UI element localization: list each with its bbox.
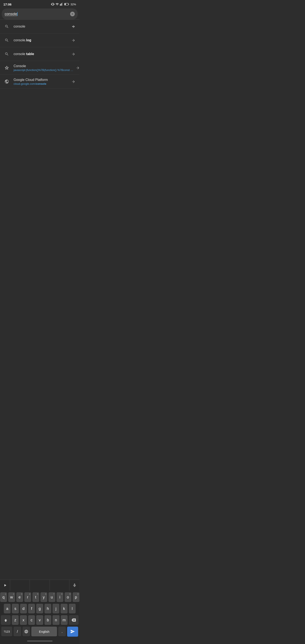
suggestion-content-3: console table [14, 52, 69, 56]
search-icon-1 [3, 23, 10, 30]
keyboard-spacer [0, 88, 80, 154]
key-i[interactable]: 8i [56, 592, 63, 602]
key-n[interactable]: n [52, 615, 59, 625]
key-g[interactable]: g [36, 604, 43, 614]
battery-icon [64, 2, 69, 6]
key-f[interactable]: f [28, 604, 35, 614]
svg-rect-0 [60, 4, 60, 6]
search-input[interactable]: console [5, 12, 70, 16]
clear-icon [71, 13, 74, 15]
key-e[interactable]: 3e [16, 592, 23, 602]
vibrate-icon [51, 2, 54, 6]
suggestion-item-4[interactable]: Console javascript:(function()%7B(functi… [0, 61, 80, 75]
key-m[interactable]: m [61, 615, 68, 625]
suggestion-content-5: Google Cloud Platform cloud.google.com/c… [14, 78, 69, 85]
home-indicator [0, 638, 80, 644]
key-o[interactable]: 9o [64, 592, 72, 602]
key-num-o: 9 [69, 593, 70, 595]
key-s[interactable]: s [12, 604, 19, 614]
key-c[interactable]: c [28, 615, 35, 625]
key-globe[interactable] [22, 627, 30, 636]
suggestion-title-4: Console [14, 64, 73, 68]
fill-arrow-2[interactable] [70, 37, 76, 43]
subtitle-bold-5: console [36, 82, 46, 85]
key-k[interactable]: k [60, 604, 67, 614]
key-p[interactable]: 0p [73, 592, 80, 602]
key-y[interactable]: 6y [40, 592, 47, 602]
svg-rect-6 [64, 4, 66, 5]
svg-rect-2 [62, 3, 62, 6]
key-period[interactable]: . [58, 627, 66, 636]
key-j[interactable]: j [52, 604, 59, 614]
key-num-y: 6 [45, 593, 46, 595]
suggestion-normal-2: console. [14, 38, 26, 42]
key-l[interactable]: l [69, 604, 76, 614]
fill-arrow-4[interactable] [75, 65, 80, 71]
key-num-w: 2 [13, 593, 14, 595]
bookmark-icon-4 [3, 64, 10, 72]
mic-button[interactable] [69, 580, 80, 591]
fill-arrow-3[interactable] [70, 51, 76, 57]
key-w[interactable]: 2w [8, 592, 15, 602]
key-r[interactable]: 4r [24, 592, 31, 602]
key-t[interactable]: 5t [32, 592, 39, 602]
keyboard-section: 1q 2w 3e 4r 5t 6y 7u 8i 9o 0p a s d f g … [0, 580, 80, 644]
suggestion-subtitle-4: javascript:(function()%7B(function() %7B… [14, 68, 73, 72]
home-bar [27, 640, 52, 642]
key-num-r: 4 [29, 593, 30, 595]
wifi-icon [56, 2, 59, 6]
key-backspace[interactable] [69, 615, 78, 625]
autocomplete-expand-button[interactable] [0, 580, 10, 591]
key-h[interactable]: h [44, 604, 51, 614]
suggestion-title-1: console [14, 24, 69, 28]
search-text: console [5, 12, 17, 16]
autocomplete-word-1[interactable] [10, 580, 30, 591]
search-icon-2 [3, 36, 10, 44]
svg-rect-1 [60, 4, 61, 6]
suggestion-content-1: console [14, 24, 69, 28]
autocomplete-suggestions [10, 580, 69, 591]
suggestion-title-3: console table [14, 52, 69, 56]
autocomplete-bar [0, 580, 80, 590]
key-z[interactable]: z [12, 615, 19, 625]
key-v[interactable]: v [36, 615, 43, 625]
key-x[interactable]: x [20, 615, 27, 625]
key-num-e: 3 [21, 593, 22, 595]
svg-rect-5 [68, 4, 69, 5]
key-enter[interactable] [67, 627, 78, 636]
fill-arrow-1[interactable] [70, 24, 76, 30]
status-icons: 32% [51, 2, 76, 6]
key-q[interactable]: 1q [0, 592, 7, 602]
suggestion-subtitle-5: cloud.google.com/console [14, 82, 69, 85]
key-shift[interactable] [1, 615, 10, 625]
key-num-p: 0 [77, 593, 78, 595]
suggestion-title-2: console.log [14, 38, 69, 42]
autocomplete-word-3[interactable] [50, 580, 69, 591]
suggestion-item-3[interactable]: console table [0, 47, 80, 61]
key-num123[interactable]: ?123 [1, 627, 12, 636]
autocomplete-word-2[interactable] [30, 580, 50, 591]
keyboard-row-1: 1q 2w 3e 4r 5t 6y 7u 8i 9o 0p [1, 592, 78, 602]
search-cursor [17, 12, 18, 16]
suggestion-item-1[interactable]: console [0, 20, 80, 34]
key-english[interactable]: English [31, 627, 57, 636]
suggestions-list: console console.log console table [0, 20, 80, 88]
key-slash[interactable]: / [14, 627, 21, 636]
suggestion-item-2[interactable]: console.log [0, 34, 80, 47]
key-d[interactable]: d [20, 604, 27, 614]
key-num-t: 5 [37, 593, 38, 595]
key-b[interactable]: b [44, 615, 51, 625]
search-bar[interactable]: console [2, 8, 78, 20]
suggestion-bold-2: log [26, 38, 31, 42]
key-num-q: 1 [5, 593, 6, 595]
globe-history-icon-5 [3, 78, 10, 85]
battery-percent: 32% [70, 3, 76, 6]
suggestion-bold-3: table [26, 52, 34, 56]
suggestion-content-2: console.log [14, 38, 69, 42]
status-time: 17:06 [4, 2, 12, 6]
suggestion-item-5[interactable]: Google Cloud Platform cloud.google.com/c… [0, 75, 80, 88]
key-u[interactable]: 7u [48, 592, 55, 602]
clear-button[interactable] [70, 12, 75, 16]
key-a[interactable]: a [4, 604, 10, 614]
fill-arrow-5[interactable] [70, 78, 76, 84]
